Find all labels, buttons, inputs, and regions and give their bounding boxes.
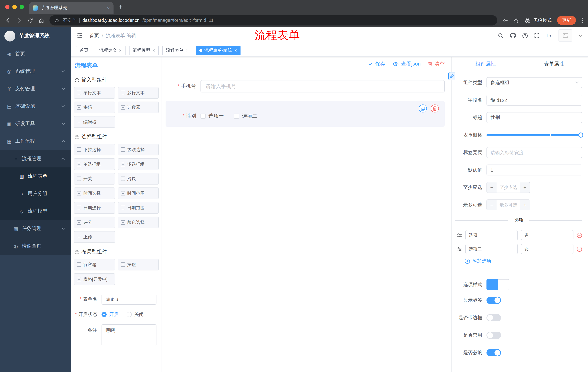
- form-name-input[interactable]: [102, 294, 157, 305]
- min-select-stepper[interactable]: − 至少应选 +: [486, 182, 530, 193]
- forward-icon[interactable]: [16, 18, 22, 23]
- component-item[interactable]: 日期选择: [74, 202, 115, 214]
- checkbox-icon[interactable]: [200, 114, 206, 119]
- window-close-button[interactable]: [5, 5, 10, 9]
- component-item[interactable]: 上传: [74, 231, 115, 243]
- toggle-switch[interactable]: [486, 332, 501, 339]
- clear-button[interactable]: 清空: [428, 61, 445, 67]
- component-item[interactable]: 计数器: [118, 102, 159, 113]
- component-type-select[interactable]: 多选框组: [486, 77, 582, 88]
- tab-process-model[interactable]: 流程模型 ×: [129, 46, 159, 55]
- sidebar-item-task-management[interactable]: ▧ 任务管理: [0, 220, 71, 237]
- checkbox-option[interactable]: 选项二: [234, 113, 257, 119]
- component-item[interactable]: 密码: [74, 102, 115, 113]
- increase-icon[interactable]: +: [520, 182, 530, 192]
- component-item[interactable]: 日期范围: [118, 202, 159, 214]
- font-size-icon[interactable]: TT: [546, 33, 552, 38]
- option-value-input[interactable]: [521, 244, 573, 254]
- checkbox-icon[interactable]: [234, 114, 239, 119]
- max-select-stepper[interactable]: − 最多可选 +: [486, 200, 530, 210]
- toggle-switch[interactable]: [486, 349, 501, 356]
- url-bar[interactable]: 不安全 dashboard.yudao.iocoder.cn/bpm/manag…: [50, 15, 497, 25]
- grid-slider[interactable]: [486, 134, 581, 136]
- decrease-icon[interactable]: −: [487, 182, 497, 192]
- toggle-switch[interactable]: [486, 314, 501, 321]
- sidebar-item-system[interactable]: ◎ 系统管理: [0, 63, 71, 80]
- component-item[interactable]: 级联选择: [118, 144, 159, 155]
- sidebar-item-devtools[interactable]: ▣ 研发工具: [0, 115, 71, 132]
- breadcrumb-home[interactable]: 首页: [90, 32, 99, 39]
- add-option-button[interactable]: 添加选项: [465, 258, 582, 264]
- component-item[interactable]: 单行文本: [74, 87, 115, 99]
- increase-icon[interactable]: +: [520, 200, 530, 210]
- tab-process-form-edit[interactable]: 流程表单-编辑 ×: [196, 46, 241, 55]
- tab-close-icon[interactable]: ×: [107, 5, 110, 11]
- component-item[interactable]: 表格[开发中]: [74, 273, 115, 285]
- component-item[interactable]: 多选框组: [118, 158, 159, 170]
- default-value-input[interactable]: [486, 165, 582, 175]
- avatar-caret-icon[interactable]: [578, 34, 582, 37]
- reload-icon[interactable]: [28, 18, 33, 23]
- tab-home[interactable]: 首页: [76, 46, 92, 55]
- search-icon[interactable]: [498, 32, 504, 38]
- sidebar-item-infrastructure[interactable]: ▤ 基础设施: [0, 97, 71, 115]
- option-drag-icon[interactable]: [457, 233, 462, 237]
- fullscreen-icon[interactable]: [534, 33, 540, 38]
- tag-close-icon[interactable]: ×: [119, 48, 122, 53]
- bookmark-star-icon[interactable]: [514, 18, 519, 23]
- chrome-update-button[interactable]: 更新: [557, 16, 576, 25]
- component-item[interactable]: 单选框组: [74, 158, 115, 170]
- new-tab-button[interactable]: +: [114, 3, 128, 11]
- option-value-input[interactable]: [521, 230, 573, 240]
- option-label-input[interactable]: [465, 244, 518, 254]
- component-item[interactable]: 时间范围: [118, 187, 159, 199]
- checkbox-option[interactable]: 选项一: [200, 113, 224, 119]
- browser-home-icon[interactable]: [39, 18, 44, 23]
- status-on-radio[interactable]: 开启: [102, 311, 119, 318]
- password-manager-icon[interactable]: [503, 18, 508, 23]
- help-icon[interactable]: [522, 32, 528, 38]
- sidebar-item-workflow[interactable]: ▦ 工作流程: [0, 132, 71, 150]
- tag-close-icon[interactable]: ×: [234, 48, 237, 53]
- window-zoom-button[interactable]: [20, 5, 24, 9]
- tab-process-form[interactable]: 流程表单 ×: [162, 46, 192, 55]
- github-icon[interactable]: [510, 32, 516, 39]
- decrease-icon[interactable]: −: [487, 200, 497, 210]
- delete-field-button[interactable]: [431, 105, 439, 112]
- sidebar-item-leave-query[interactable]: ◍ 请假查询: [0, 237, 71, 255]
- component-item[interactable]: 下拉选择: [74, 144, 115, 155]
- avatar[interactable]: [558, 30, 572, 42]
- tab-component-props[interactable]: 组件属性: [452, 57, 520, 71]
- back-icon[interactable]: [5, 18, 11, 23]
- title-input[interactable]: [486, 112, 582, 123]
- view-json-button[interactable]: 查看json: [393, 61, 421, 67]
- copy-field-button[interactable]: [419, 105, 427, 112]
- component-item[interactable]: 编辑器: [74, 116, 115, 128]
- window-minimize-button[interactable]: [12, 5, 17, 9]
- option-drag-icon[interactable]: [457, 247, 462, 251]
- tag-close-icon[interactable]: ×: [152, 48, 155, 53]
- component-item[interactable]: 颜色选择: [118, 217, 159, 228]
- sidebar-toggle-icon[interactable]: [77, 33, 83, 38]
- security-warning-icon[interactable]: [55, 18, 60, 23]
- toggle-switch[interactable]: [486, 297, 501, 304]
- phone-input[interactable]: [200, 80, 445, 93]
- option-label-input[interactable]: [465, 230, 518, 240]
- tab-form-props[interactable]: 表单属性: [520, 57, 588, 71]
- sidebar-item-process-model[interactable]: ◇ 流程模型: [0, 202, 71, 220]
- browser-tab[interactable]: 芋道管理系统 ×: [29, 2, 114, 14]
- sidebar-item-user-group[interactable]: ◑ 用户分组: [0, 185, 71, 202]
- component-item[interactable]: 按钮: [118, 259, 159, 270]
- phone-field[interactable]: 手机号: [166, 77, 445, 95]
- component-item[interactable]: 开关: [74, 173, 115, 185]
- gender-field-selected[interactable]: 性别 选项一 选项二: [166, 101, 445, 127]
- tag-close-icon[interactable]: ×: [186, 48, 188, 53]
- save-button[interactable]: 保存: [368, 61, 386, 67]
- component-item[interactable]: 评分: [74, 217, 115, 228]
- segment-option[interactable]: [486, 279, 498, 290]
- remove-option-icon[interactable]: [577, 233, 582, 238]
- label-width-input[interactable]: [486, 147, 582, 158]
- status-off-radio[interactable]: 关闭: [127, 311, 144, 318]
- form-remark-textarea[interactable]: 嘿嘿: [102, 324, 157, 346]
- slider-handle[interactable]: [578, 132, 583, 138]
